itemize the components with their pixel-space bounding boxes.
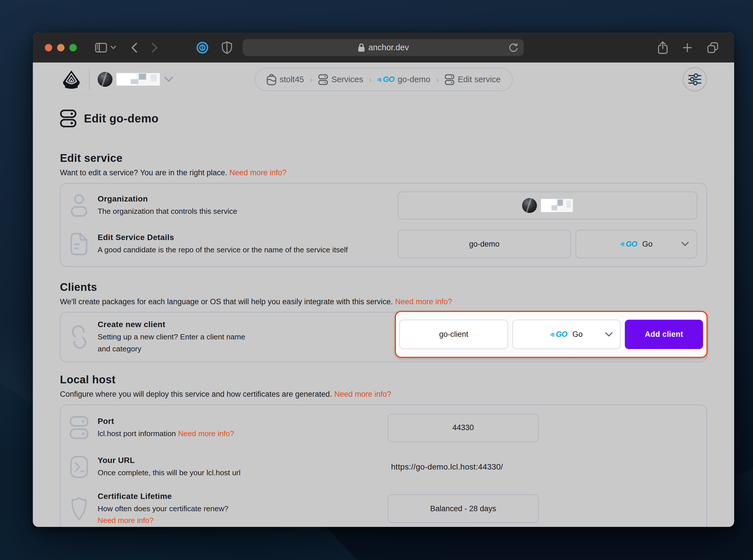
browser-window: anchor.dev: [33, 33, 734, 527]
breadcrumb-separator: ›: [369, 75, 372, 84]
new-tab-icon[interactable]: [682, 43, 692, 53]
your-url-description: Once complete, this will be your lcl.hos…: [98, 468, 241, 478]
create-client-description-line1: Setting up a new client? Enter a client …: [98, 332, 245, 342]
certificate-lifetime-row: Certificate Lifetime How often does your…: [70, 492, 697, 526]
port-stack-icon: [70, 415, 88, 441]
browser-titlebar: anchor.dev: [33, 33, 734, 62]
services-stack-icon: [318, 74, 328, 85]
backpack-icon: [266, 74, 276, 85]
edit-service-more-info-link[interactable]: Need more info?: [230, 168, 286, 177]
certificate-lifetime-select[interactable]: Balanced - 28 days: [388, 494, 539, 523]
certificate-title: Certificate Lifetime: [98, 492, 229, 501]
breadcrumb-org[interactable]: stolt45: [266, 74, 304, 85]
service-language-value: Go: [642, 240, 653, 248]
document-icon: [70, 232, 88, 256]
your-url-row: Your URL Once complete, this will be you…: [70, 455, 697, 479]
account-chevron-down-icon[interactable]: [164, 77, 173, 82]
privacy-shield-icon[interactable]: [222, 41, 232, 54]
lcl-host-url: https://go-demo.lcl.host:44330/: [391, 462, 503, 472]
client-language-value: Go: [572, 330, 582, 339]
organization-description: The organization that controls this serv…: [98, 206, 237, 217]
sidebar-chevron-down-icon[interactable]: [111, 46, 116, 49]
redacted-username: [117, 73, 160, 86]
header-divider: [89, 69, 90, 90]
breadcrumb: stolt45 › Services › GO: [254, 68, 512, 91]
service-stack-icon: [60, 109, 77, 127]
client-name-input[interactable]: [399, 320, 508, 349]
zoom-button[interactable]: [70, 44, 77, 52]
create-client-highlight-panel: GO Go Add client: [395, 311, 708, 358]
onepassword-extension-icon[interactable]: [196, 41, 209, 54]
chevron-down-icon: [681, 242, 689, 246]
edit-service-subtitle: Want to edit a service? You are in the r…: [60, 168, 707, 177]
address-bar[interactable]: anchor.dev: [243, 39, 524, 56]
traffic-lights: [45, 44, 77, 52]
redacted-organization-name: [541, 199, 573, 212]
certificate-more-info-link[interactable]: Need more info?: [98, 516, 154, 525]
address-text: anchor.dev: [369, 43, 409, 52]
local-host-more-info-link[interactable]: Need more info?: [334, 390, 391, 398]
create-client-description-line2: and category: [98, 344, 245, 354]
shield-icon: [70, 496, 88, 521]
edit-service-heading: Edit service: [60, 152, 707, 164]
go-logo-icon: GO: [377, 75, 394, 84]
person-icon: [70, 193, 88, 218]
service-details-row: Edit Service Details A good candidate is…: [70, 230, 697, 258]
port-input[interactable]: [388, 414, 539, 442]
close-button[interactable]: [45, 44, 52, 52]
breadcrumb-separator: ›: [436, 75, 439, 84]
local-host-group: Port lcl.host port informationNeed more …: [60, 404, 707, 527]
port-title: Port: [98, 417, 234, 426]
back-button-icon[interactable]: [131, 42, 137, 53]
local-host-heading: Local host: [60, 374, 707, 386]
certificate-description: How often does your certificate renew?: [98, 504, 229, 514]
clients-subtitle: We'll create packages for each language …: [60, 297, 707, 306]
clients-more-info-link[interactable]: Need more info?: [395, 297, 452, 306]
service-language-select[interactable]: GO Go: [575, 230, 697, 258]
port-row: Port lcl.host port informationNeed more …: [70, 414, 697, 442]
page-title: Edit go-demo: [84, 112, 159, 125]
clients-heading: Clients: [60, 281, 707, 294]
terminal-icon: [70, 455, 88, 479]
create-client-title: Create new client: [98, 320, 245, 329]
page-title-row: Edit go-demo: [60, 109, 707, 127]
port-more-info-link[interactable]: Need more info?: [178, 429, 234, 438]
sidebar-toggle-icon[interactable]: [95, 43, 107, 53]
local-host-subtitle: Configure where you will deploy this ser…: [60, 390, 707, 399]
go-logo-icon: GO: [550, 330, 567, 339]
organization-selector[interactable]: [398, 192, 697, 219]
add-client-button[interactable]: Add client: [625, 320, 703, 349]
reload-icon[interactable]: [509, 43, 518, 53]
service-details-title: Edit Service Details: [98, 233, 348, 242]
site-header: stolt45 › Services › GO: [33, 62, 734, 96]
forward-button-icon[interactable]: [152, 42, 158, 53]
anchor-logo-icon[interactable]: [62, 70, 80, 89]
tab-overview-icon[interactable]: [707, 42, 718, 53]
lock-icon: [358, 43, 365, 52]
your-url-title: Your URL: [98, 456, 241, 465]
chevron-down-icon: [605, 332, 613, 337]
client-language-select[interactable]: GO Go: [512, 320, 620, 349]
sliders-icon: [688, 73, 701, 85]
breadcrumb-services[interactable]: Services: [318, 74, 363, 85]
chain-link-icon: [70, 323, 88, 351]
edit-service-group: Organization The organization that contr…: [60, 183, 707, 267]
clients-group: Create new client Setting up a new clien…: [60, 312, 707, 362]
organization-title: Organization: [98, 194, 237, 203]
organization-row: Organization The organization that contr…: [70, 192, 697, 219]
organization-avatar: [522, 198, 537, 213]
go-logo-icon: GO: [620, 240, 637, 248]
minimize-button[interactable]: [57, 44, 64, 52]
settings-button[interactable]: [683, 67, 707, 91]
breadcrumb-separator: ›: [310, 75, 313, 84]
user-avatar[interactable]: [98, 72, 113, 87]
edit-service-stack-icon: [445, 74, 454, 85]
service-name-input[interactable]: [398, 230, 571, 258]
share-icon[interactable]: [658, 41, 668, 54]
service-details-description: A good candidate is the repo of the serv…: [98, 245, 348, 255]
anchor-page: stolt45 › Services › GO: [33, 62, 734, 527]
breadcrumb-service[interactable]: GO go-demo: [377, 75, 430, 84]
port-description: lcl.host port informationNeed more info?: [98, 429, 234, 439]
breadcrumb-edit-service[interactable]: Edit service: [445, 74, 501, 85]
